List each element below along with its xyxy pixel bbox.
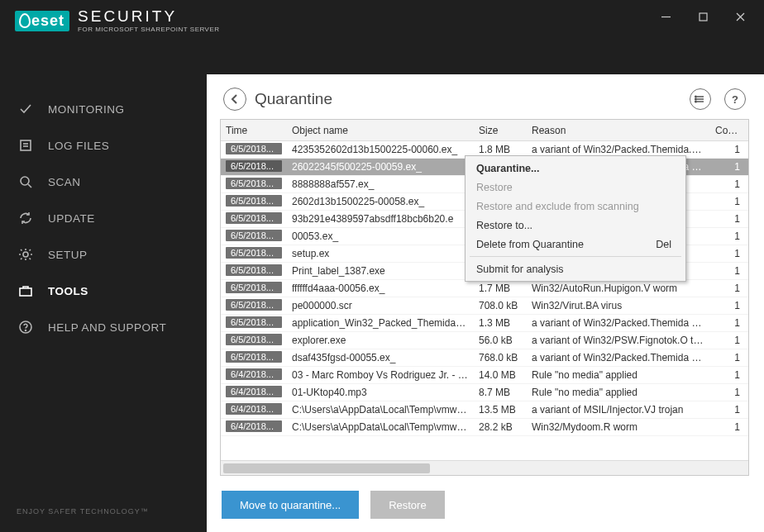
count-cell: 1 — [710, 144, 748, 155]
time-cell: 6/5/2018... — [226, 195, 282, 207]
table-row[interactable]: 6/5/2018...ffffffd4aaa-00056.ex_1.7 MBWi… — [221, 280, 748, 297]
count-cell: 1 — [710, 213, 748, 225]
menu-item[interactable]: Restore to... — [468, 216, 683, 235]
count-cell: 1 — [710, 404, 748, 416]
count-cell: 1 — [710, 352, 748, 363]
reason-cell: Rule "no media" applied — [527, 387, 710, 398]
content: Quarantine ? Time Object name Size Reaso… — [207, 74, 764, 532]
col-object-name[interactable]: Object name — [287, 125, 474, 136]
reason-cell: Win32/AutoRun.Hupigon.V worm — [527, 283, 710, 294]
menu-item[interactable]: Submit for analysis — [468, 259, 683, 278]
sidebar-item-monitoring[interactable]: MONITORING — [0, 91, 207, 127]
size-cell: 768.0 kB — [474, 352, 527, 363]
sidebar-item-label: LOG FILES — [48, 140, 109, 152]
size-cell: 14.0 MB — [474, 369, 527, 381]
size-cell: 56.0 kB — [474, 335, 527, 346]
svg-line-8 — [28, 184, 31, 188]
table-row[interactable]: 6/5/2018...dsaf435fgsd-00055.ex_768.0 kB… — [221, 349, 748, 367]
count-cell: 1 — [710, 369, 748, 381]
time-cell: 6/4/2018... — [226, 368, 282, 380]
object-cell: 26022345f500225-00059.ex_ — [287, 161, 474, 173]
table-row[interactable]: 6/4/2018...01-UKtop40.mp38.7 MBRule "no … — [221, 384, 748, 401]
table-row[interactable]: 6/5/2018...application_Win32_Packed_Them… — [221, 315, 748, 332]
reason-cell: Win32/Mydoom.R worm — [527, 421, 710, 433]
close-button[interactable] — [722, 4, 759, 29]
object-cell: explorer.exe — [287, 335, 474, 346]
time-cell: 6/5/2018... — [226, 316, 282, 328]
col-time[interactable]: Time — [221, 125, 287, 136]
sidebar-item-update[interactable]: UPDATE — [0, 200, 207, 236]
svg-rect-4 — [21, 140, 31, 150]
object-cell: 00053.ex_ — [287, 230, 474, 242]
menu-item-label: Restore — [476, 182, 513, 193]
table-header: Time Object name Size Reason Count — [221, 120, 748, 141]
brand-subtitle: FOR MICROSOFT SHAREPOINT SERVER — [78, 26, 220, 33]
gear-icon — [17, 245, 35, 264]
menu-item-label: Restore to... — [476, 220, 532, 231]
time-cell: 6/5/2018... — [226, 282, 282, 293]
body: MONITORING LOG FILES SCAN UPDATE SETUP T… — [0, 74, 764, 532]
count-cell: 1 — [710, 283, 748, 294]
sidebar-item-log-files[interactable]: LOG FILES — [0, 127, 207, 164]
size-cell: 8.7 MB — [474, 387, 527, 398]
object-cell: C:\Users\a\AppData\Local\Temp\vmware-... — [287, 404, 474, 416]
sidebar-item-setup[interactable]: SETUP — [0, 236, 207, 273]
restore-button[interactable]: Restore — [370, 491, 445, 519]
size-cell: 1.8 MB — [474, 144, 527, 155]
brand-title: SECURITY — [78, 8, 220, 24]
back-button[interactable] — [223, 88, 246, 111]
object-cell: 4235352602d13b1500225-00060.ex_ — [287, 144, 474, 155]
sidebar-item-tools[interactable]: TOOLS — [0, 273, 207, 309]
table-row[interactable]: 6/5/2018...pe000000.scr708.0 kBWin32/Vir… — [221, 297, 748, 315]
size-cell: 13.5 MB — [474, 404, 527, 416]
object-cell: 8888888af557.ex_ — [287, 178, 474, 190]
list-options-button[interactable] — [690, 88, 711, 110]
page-title: Quarantine — [255, 90, 676, 108]
size-cell: 1.7 MB — [474, 283, 527, 294]
menu-item: Restore and exclude from scanning — [468, 197, 683, 216]
maximize-button[interactable] — [685, 4, 722, 29]
help-button[interactable]: ? — [724, 88, 746, 110]
time-cell: 6/5/2018... — [226, 351, 282, 363]
reason-cell: Win32/Virut.BA virus — [527, 300, 710, 311]
object-cell: 2602d13b1500225-00058.ex_ — [287, 196, 474, 207]
svg-point-17 — [695, 98, 697, 100]
col-size[interactable]: Size — [474, 125, 527, 136]
scroll-thumb[interactable] — [223, 463, 430, 473]
sidebar-item-help[interactable]: HELP AND SUPPORT — [0, 309, 207, 345]
check-icon — [17, 100, 35, 118]
reason-cell: a variant of Win32/PSW.Fignotok.O trojan — [527, 335, 710, 346]
menu-item[interactable]: Quarantine... — [468, 159, 683, 178]
sidebar-item-label: SETUP — [48, 249, 88, 261]
object-cell: setup.ex — [287, 248, 474, 259]
svg-rect-1 — [700, 13, 707, 21]
count-cell: 1 — [710, 161, 748, 173]
reason-cell: a variant of Win32/Packed.Themida.AAT t.… — [527, 144, 710, 155]
app-header: eset SECURITY FOR MICROSOFT SHAREPOINT S… — [0, 33, 764, 74]
svg-point-9 — [23, 252, 28, 257]
eset-badge: eset — [15, 11, 69, 31]
menu-item-label: Restore and exclude from scanning — [476, 201, 639, 212]
svg-point-16 — [695, 96, 697, 97]
table-row[interactable]: 6/4/2018...C:\Users\a\AppData\Local\Temp… — [221, 401, 748, 419]
move-to-quarantine-button[interactable]: Move to quarantine... — [222, 491, 359, 519]
context-menu: Quarantine...RestoreRestore and exclude … — [465, 155, 686, 282]
svg-point-7 — [21, 177, 29, 185]
sidebar-item-label: TOOLS — [48, 285, 88, 297]
menu-item[interactable]: Delete from QuarantineDel — [468, 235, 683, 254]
count-cell: 1 — [710, 248, 748, 259]
svg-point-12 — [26, 330, 26, 331]
minimize-button[interactable] — [647, 4, 685, 29]
sidebar-item-label: HELP AND SUPPORT — [48, 321, 166, 334]
table-row[interactable]: 6/5/2018...explorer.exe56.0 kBa variant … — [221, 332, 748, 349]
horizontal-scrollbar[interactable] — [221, 460, 748, 475]
sidebar-item-scan[interactable]: SCAN — [0, 164, 207, 200]
refresh-icon — [17, 209, 35, 227]
time-cell: 6/5/2018... — [226, 178, 282, 189]
svg-point-18 — [695, 101, 697, 102]
table-row[interactable]: 6/4/2018...C:\Users\a\AppData\Local\Temp… — [221, 419, 748, 436]
col-reason[interactable]: Reason — [527, 125, 710, 136]
object-cell: dsaf435fgsd-00055.ex_ — [287, 352, 474, 363]
table-row[interactable]: 6/4/2018...03 - Marc Romboy Vs Rodriguez… — [221, 367, 748, 384]
col-count[interactable]: Count — [710, 125, 748, 136]
